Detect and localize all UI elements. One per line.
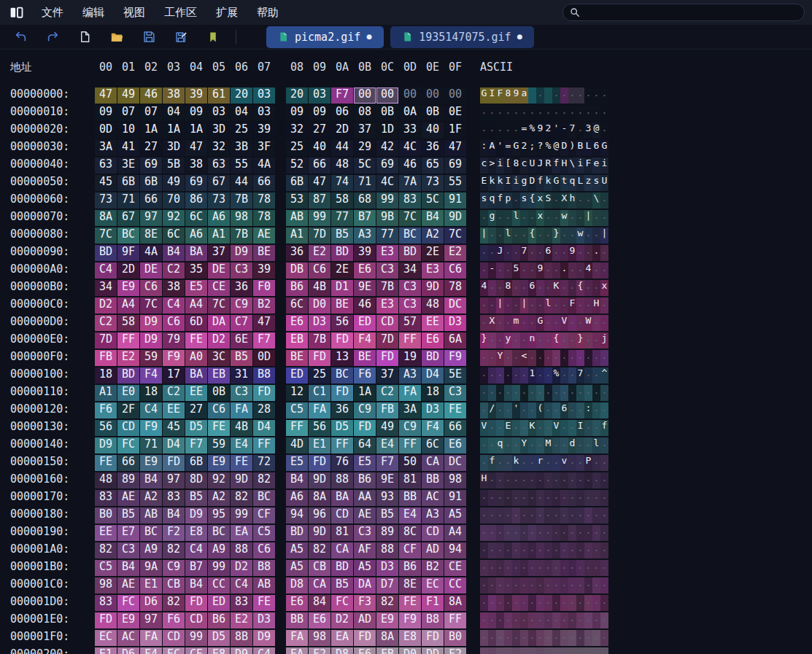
ascii-cell[interactable]: l xyxy=(512,210,520,226)
ascii-cell[interactable]: . xyxy=(584,420,592,436)
ascii-cell[interactable]: . xyxy=(536,332,544,349)
ascii-cell[interactable]: . xyxy=(512,560,520,576)
ascii-cell[interactable]: s xyxy=(520,192,528,209)
ascii-cell[interactable]: . xyxy=(560,577,568,593)
hex-byte-cell[interactable]: E6 xyxy=(309,612,330,628)
hex-byte-cell[interactable]: CD xyxy=(376,315,398,331)
hex-byte-cell[interactable]: B6 xyxy=(354,472,376,488)
ascii-cell[interactable]: . xyxy=(568,105,576,121)
ascii-cell[interactable]: k xyxy=(512,455,520,471)
hex-byte-cell[interactable]: 8A xyxy=(309,490,330,506)
hex-byte-cell[interactable]: D2 xyxy=(208,332,230,349)
ascii-cell[interactable]: . xyxy=(592,280,600,296)
ascii-cell[interactable]: . xyxy=(568,332,576,349)
ascii-cell[interactable]: . xyxy=(560,245,568,261)
ascii-cell[interactable]: w xyxy=(576,227,584,244)
ascii-cell[interactable]: F xyxy=(496,87,504,104)
hex-byte-cell[interactable]: C4 xyxy=(95,262,117,279)
hex-byte-cell[interactable]: 8C xyxy=(399,525,421,541)
ascii-cell[interactable]: / xyxy=(488,402,496,419)
hex-byte-cell[interactable]: BE xyxy=(286,350,308,366)
hex-byte-cell[interactable]: 7B xyxy=(231,227,252,244)
hex-byte-cell[interactable]: 49 xyxy=(163,175,185,191)
ascii-cell[interactable]: 6 xyxy=(528,280,536,296)
hex-byte-cell[interactable]: AB xyxy=(286,210,308,226)
ascii-cell[interactable]: . xyxy=(536,280,544,296)
hex-byte-cell[interactable]: E6 xyxy=(286,315,308,331)
hex-byte-cell[interactable]: C4 xyxy=(185,542,207,558)
ascii-cell[interactable]: - xyxy=(560,122,568,139)
hex-byte-cell[interactable]: E3 xyxy=(376,245,398,261)
hex-byte-cell[interactable]: 6B xyxy=(140,175,162,191)
ascii-cell[interactable]: . xyxy=(496,332,504,349)
hex-byte-cell[interactable]: FE xyxy=(231,455,252,471)
ascii-cell[interactable]: : xyxy=(584,402,592,419)
hex-byte-cell[interactable]: 9E xyxy=(376,472,398,488)
hex-byte-cell[interactable]: BE xyxy=(354,350,376,366)
ascii-cell[interactable]: 7 xyxy=(568,122,576,139)
ascii-cell[interactable]: . xyxy=(544,227,552,244)
ascii-cell[interactable]: . xyxy=(496,595,504,611)
hex-byte-cell[interactable]: 74 xyxy=(331,175,353,191)
hex-byte-cell[interactable]: 89 xyxy=(376,525,398,541)
ascii-cell[interactable]: q xyxy=(488,192,496,209)
ascii-cell[interactable]: . xyxy=(592,210,600,226)
ascii-cell[interactable]: . xyxy=(584,192,592,209)
hex-byte-cell[interactable]: FA xyxy=(309,402,330,419)
ascii-cell[interactable]: . xyxy=(552,402,560,419)
ascii-cell[interactable]: . xyxy=(520,105,528,121)
ascii-cell[interactable]: . xyxy=(592,455,600,471)
hex-byte-cell[interactable]: D9 xyxy=(140,332,162,349)
hex-byte-cell[interactable]: E1 xyxy=(309,437,330,453)
ascii-cell[interactable]: . xyxy=(560,385,568,401)
ascii-cell[interactable]: . xyxy=(584,280,592,296)
ascii-cell[interactable]: . xyxy=(504,630,512,646)
tab-1935147075.gif[interactable]: 1935147075.gif● xyxy=(390,26,534,48)
ascii-cell[interactable]: . xyxy=(488,332,496,349)
ascii-cell[interactable]: . xyxy=(544,560,552,576)
hex-byte-cell[interactable]: D5 xyxy=(185,420,207,436)
ascii-cell[interactable]: . xyxy=(592,577,600,593)
ascii-cell[interactable]: h xyxy=(568,192,576,209)
ascii-cell[interactable]: < xyxy=(520,350,528,366)
open-file-button[interactable] xyxy=(101,25,133,50)
ascii-cell[interactable]: . xyxy=(592,262,600,279)
ascii-cell[interactable]: . xyxy=(504,315,512,331)
hex-byte-cell[interactable]: 81 xyxy=(331,525,353,541)
ascii-cell[interactable]: . xyxy=(536,542,544,558)
hex-byte-cell[interactable]: C6 xyxy=(253,542,275,558)
ascii-cell[interactable]: . xyxy=(560,420,568,436)
hex-byte-cell[interactable]: 13 xyxy=(331,350,353,366)
hex-byte-cell[interactable]: B7 xyxy=(354,210,376,226)
ascii-cell[interactable]: . xyxy=(560,647,568,654)
ascii-cell[interactable]: . xyxy=(528,577,536,593)
hex-byte-cell[interactable]: 69 xyxy=(185,175,207,191)
hex-byte-cell[interactable]: F2 xyxy=(163,525,185,541)
ascii-cell[interactable]: L xyxy=(584,140,592,156)
ascii-cell[interactable]: . xyxy=(536,87,544,104)
ascii-cell[interactable]: 7 xyxy=(520,245,528,261)
hex-byte-cell[interactable]: A3 xyxy=(422,507,444,523)
ascii-cell[interactable]: F xyxy=(584,157,592,174)
hex-byte-cell[interactable]: 84 xyxy=(309,595,330,611)
hex-byte-cell[interactable]: 79 xyxy=(163,332,185,349)
hex-byte-cell[interactable]: 00 xyxy=(354,87,376,104)
hex-byte-cell[interactable]: 82 xyxy=(376,595,398,611)
hex-byte-cell[interactable]: 73 xyxy=(422,175,444,191)
hex-byte-cell[interactable]: E3 xyxy=(422,262,444,279)
hex-byte-cell[interactable]: 03 xyxy=(208,105,230,121)
ascii-cell[interactable]: . xyxy=(536,385,544,401)
hex-byte-cell[interactable]: 41 xyxy=(117,140,139,156)
ascii-cell[interactable]: . xyxy=(512,577,520,593)
ascii-cell[interactable]: y xyxy=(504,332,512,349)
hex-byte-cell[interactable]: DB xyxy=(286,262,308,279)
ascii-cell[interactable]: . xyxy=(536,420,544,436)
hex-byte-cell[interactable]: 83 xyxy=(231,595,252,611)
ascii-cell[interactable]: . xyxy=(544,262,552,279)
hex-byte-cell[interactable]: AE xyxy=(354,507,376,523)
ascii-cell[interactable]: . xyxy=(528,630,536,646)
hex-byte-cell[interactable]: D2 xyxy=(331,612,353,628)
hex-byte-cell[interactable]: 1D xyxy=(376,122,398,139)
hex-byte-cell[interactable]: AD xyxy=(354,612,376,628)
ascii-cell[interactable]: . xyxy=(600,647,608,654)
